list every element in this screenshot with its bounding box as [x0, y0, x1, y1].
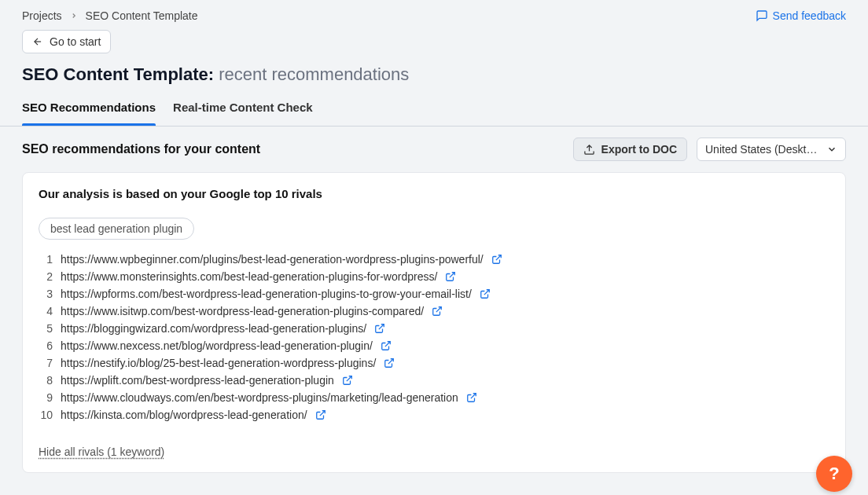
- external-link-icon[interactable]: [432, 306, 443, 317]
- external-link-icon[interactable]: [374, 323, 385, 334]
- section-heading: SEO recommendations for your content: [22, 142, 260, 156]
- card-title: Our analysis is based on your Google top…: [39, 187, 829, 200]
- rival-url[interactable]: https://www.monsterinsights.com/best-lea…: [61, 270, 437, 283]
- external-link-icon[interactable]: [384, 358, 395, 368]
- send-feedback-link[interactable]: Send feedback: [756, 9, 846, 22]
- rival-url[interactable]: https://nestify.io/blog/25-best-lead-gen…: [61, 357, 376, 369]
- rival-index: 9: [39, 391, 53, 404]
- rival-index: 8: [39, 374, 53, 387]
- rivals-list: 1https://www.wpbeginner.com/plugins/best…: [39, 251, 829, 424]
- external-link-icon[interactable]: [342, 375, 353, 386]
- svg-line-3: [450, 273, 454, 277]
- rival-url[interactable]: https://wplift.com/best-wordpress-lead-g…: [61, 374, 334, 387]
- rival-row: 9https://www.cloudways.com/en/best-wordp…: [39, 389, 829, 406]
- rival-row: 2https://www.monsterinsights.com/best-le…: [39, 268, 829, 285]
- rival-row: 3https://wpforms.com/best-wordpress-lead…: [39, 285, 829, 302]
- question-mark-icon: ?: [829, 464, 839, 484]
- rival-url[interactable]: https://bloggingwizard.com/wordpress-lea…: [61, 322, 366, 335]
- external-link-icon[interactable]: [315, 409, 326, 420]
- svg-line-9: [347, 376, 351, 381]
- breadcrumb: Projects SEO Content Template: [22, 9, 198, 22]
- rival-url[interactable]: https://kinsta.com/blog/wordpress-lead-g…: [61, 409, 307, 421]
- arrow-left-icon: [32, 36, 43, 47]
- svg-line-7: [385, 342, 390, 346]
- go-to-start-button[interactable]: Go to start: [22, 30, 111, 53]
- external-link-icon[interactable]: [466, 392, 477, 403]
- rival-index: 5: [39, 322, 53, 335]
- rival-row: 7https://nestify.io/blog/25-best-lead-ge…: [39, 354, 829, 372]
- svg-line-2: [496, 255, 501, 260]
- rival-index: 3: [39, 288, 53, 300]
- region-select[interactable]: United States (Deskt…: [697, 138, 846, 161]
- svg-line-11: [319, 411, 324, 416]
- breadcrumb-row: Projects SEO Content Template Send feedb…: [22, 9, 846, 22]
- rival-index: 6: [39, 339, 53, 352]
- region-label: United States (Deskt…: [705, 143, 817, 156]
- keyword-chip[interactable]: best lead generation plugin: [39, 218, 194, 240]
- tab-realtime-content-check[interactable]: Real-time Content Check: [173, 101, 313, 125]
- external-link-icon[interactable]: [445, 271, 456, 282]
- chevron-down-icon: [826, 144, 837, 155]
- svg-line-8: [388, 359, 393, 364]
- breadcrumb-current[interactable]: SEO Content Template: [86, 9, 198, 22]
- svg-line-10: [471, 394, 476, 398]
- svg-line-5: [436, 307, 441, 312]
- rival-url[interactable]: https://www.nexcess.net/blog/wordpress-l…: [61, 339, 373, 352]
- rival-url[interactable]: https://www.cloudways.com/en/best-wordpr…: [61, 391, 458, 404]
- rival-url[interactable]: https://www.isitwp.com/best-wordpress-le…: [61, 305, 424, 317]
- rival-row: 1https://www.wpbeginner.com/plugins/best…: [39, 251, 829, 268]
- go-to-start-label: Go to start: [50, 35, 101, 48]
- feedback-label: Send feedback: [773, 9, 846, 22]
- tab-seo-recommendations[interactable]: SEO Recommendations: [22, 101, 156, 125]
- rival-row: 6https://www.nexcess.net/blog/wordpress-…: [39, 337, 829, 354]
- export-label: Export to DOC: [601, 143, 677, 156]
- hide-rivals-link[interactable]: Hide all rivals (1 keyword): [39, 446, 829, 458]
- rival-index: 1: [39, 253, 53, 266]
- rival-url[interactable]: https://wpforms.com/best-wordpress-lead-…: [61, 288, 472, 300]
- rival-url[interactable]: https://www.wpbeginner.com/plugins/best-…: [61, 253, 484, 266]
- svg-line-4: [484, 290, 489, 295]
- export-to-doc-button[interactable]: Export to DOC: [573, 138, 687, 161]
- tabs: SEO Recommendations Real-time Content Ch…: [0, 101, 868, 126]
- help-fab[interactable]: ?: [816, 456, 852, 492]
- rival-index: 10: [39, 409, 53, 421]
- svg-line-6: [379, 324, 384, 329]
- breadcrumb-root[interactable]: Projects: [22, 9, 62, 22]
- external-link-icon[interactable]: [491, 254, 502, 265]
- page-title: SEO Content Template: recent recommendat…: [22, 64, 846, 85]
- rival-row: 4https://www.isitwp.com/best-wordpress-l…: [39, 302, 829, 320]
- rival-index: 4: [39, 305, 53, 317]
- upload-icon: [583, 144, 595, 156]
- chat-icon: [756, 9, 768, 22]
- rival-index: 7: [39, 357, 53, 369]
- external-link-icon[interactable]: [381, 340, 392, 351]
- rival-row: 5https://bloggingwizard.com/wordpress-le…: [39, 320, 829, 337]
- rivals-card: Our analysis is based on your Google top…: [22, 172, 846, 473]
- external-link-icon[interactable]: [480, 288, 491, 299]
- rival-row: 10https://kinsta.com/blog/wordpress-lead…: [39, 406, 829, 424]
- rival-index: 2: [39, 270, 53, 283]
- rival-row: 8https://wplift.com/best-wordpress-lead-…: [39, 372, 829, 389]
- chevron-right-icon: [70, 12, 78, 20]
